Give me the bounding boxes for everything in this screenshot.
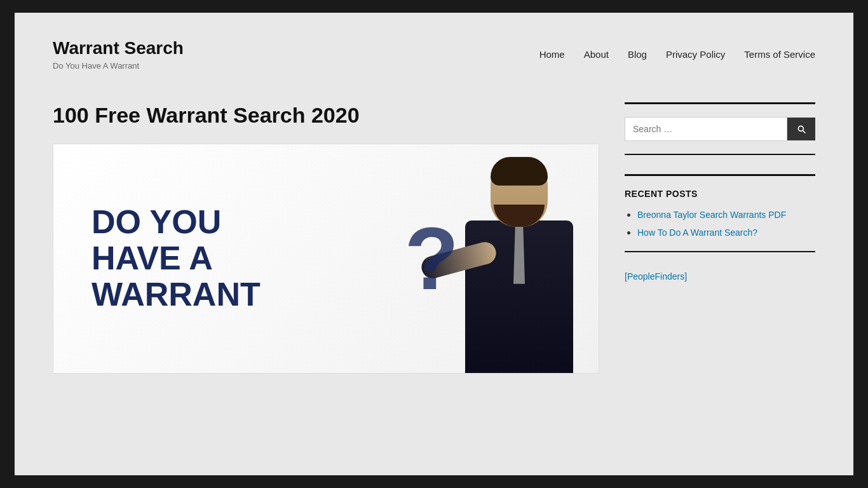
outer-wrapper: Warrant Search Do You Have A Warrant Hom…: [0, 0, 868, 488]
recent-posts-widget: RECENT POSTS Breonna Taylor Search Warra…: [625, 174, 815, 252]
post-image-placeholder: DO YOU HAVE A WARRANT ?: [53, 144, 599, 373]
recent-posts-heading: RECENT POSTS: [625, 189, 815, 199]
recent-post-link-2[interactable]: How To Do A Warrant Search?: [637, 227, 757, 238]
search-icon: [796, 124, 806, 134]
site-header: Warrant Search Do You Have A Warrant Hom…: [15, 13, 853, 90]
search-input[interactable]: [625, 117, 787, 141]
search-widget-top-divider: [625, 102, 815, 104]
nav-terms-of-service[interactable]: Terms of Service: [744, 49, 815, 60]
recent-post-link-1[interactable]: Breonna Taylor Search Warrants PDF: [637, 210, 786, 220]
post-image-container: DO YOU HAVE A WARRANT ?: [53, 144, 599, 374]
search-widget: [625, 102, 815, 155]
people-finders-link-text[interactable]: [PeopleFinders]: [625, 271, 687, 281]
content-area: 100 Free Warrant Search 2020 DO YOU HAVE…: [15, 90, 853, 399]
recent-post-item-2: How To Do A Warrant Search?: [637, 227, 815, 238]
primary-content: 100 Free Warrant Search 2020 DO YOU HAVE…: [53, 102, 599, 374]
nav-blog[interactable]: Blog: [628, 49, 647, 60]
sidebar: RECENT POSTS Breonna Taylor Search Warra…: [625, 102, 815, 374]
site-branding: Warrant Search Do You Have A Warrant: [53, 38, 184, 71]
image-question-mark: ?: [404, 207, 459, 310]
people-finders-placeholder: [PeopleFinders]: [625, 271, 815, 281]
nav-privacy-policy[interactable]: Privacy Policy: [666, 49, 725, 60]
main-navigation: Home About Blog Privacy Policy Terms of …: [539, 49, 815, 60]
search-widget-bottom-divider: [625, 154, 815, 155]
search-button[interactable]: [787, 118, 815, 140]
site-title-link[interactable]: Warrant Search: [53, 38, 184, 58]
person-head: [491, 157, 548, 227]
nav-home[interactable]: Home: [539, 49, 565, 60]
recent-posts-list: Breonna Taylor Search Warrants PDF How T…: [625, 209, 815, 238]
image-overlay-text: DO YOU HAVE A WARRANT: [92, 204, 261, 313]
recent-post-item-1: Breonna Taylor Search Warrants PDF: [637, 209, 815, 220]
recent-posts-bottom-divider: [625, 251, 815, 252]
people-finders-widget: [PeopleFinders]: [625, 271, 815, 281]
nav-about[interactable]: About: [584, 49, 609, 60]
post-title: 100 Free Warrant Search 2020: [53, 102, 599, 128]
site-wrapper: Warrant Search Do You Have A Warrant Hom…: [15, 13, 853, 475]
recent-posts-top-divider: [625, 174, 815, 176]
search-form[interactable]: [625, 117, 815, 141]
site-description: Do You Have A Warrant: [53, 61, 184, 71]
